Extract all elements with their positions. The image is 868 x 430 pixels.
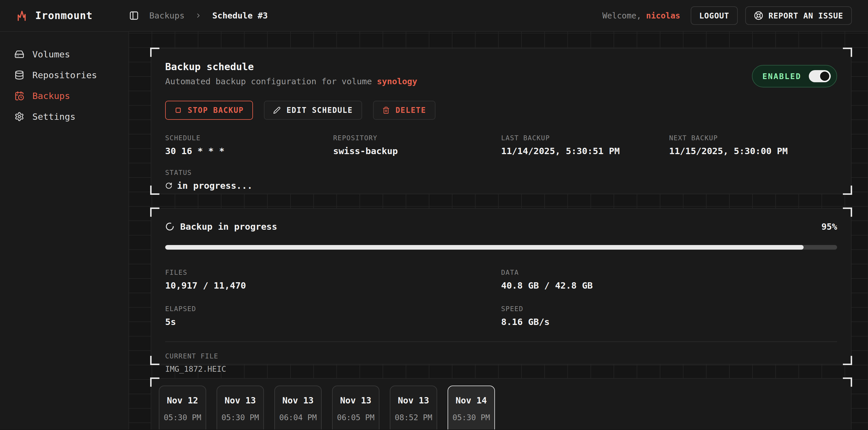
enabled-label: ENABLED	[762, 72, 801, 81]
history-item[interactable]: Nov 12 05:30 PM 92.2 GB	[159, 386, 206, 429]
status-value: in progress...	[177, 180, 252, 191]
sidebar-item-volumes[interactable]: Volumes	[0, 44, 128, 65]
corner-bracket	[843, 207, 852, 217]
history-date: Nov 13	[391, 395, 437, 405]
sidebar-item-label: Settings	[32, 111, 75, 122]
stop-backup-button[interactable]: STOP BACKUP	[165, 101, 253, 120]
corner-bracket	[843, 186, 852, 195]
backup-history-card: Nov 12 05:30 PM 92.2 GB Nov 13 05:30 PM …	[151, 378, 851, 429]
breadcrumb-section[interactable]: Backups	[149, 11, 185, 21]
history-item[interactable]: Nov 13 06:04 PM 92.2 GB	[274, 386, 322, 429]
trash-icon	[382, 106, 390, 114]
stat-label: DATA	[501, 269, 837, 276]
stat-label: FILES	[165, 269, 501, 276]
backup-progress-card: Backup in progress 95% FILES 10,917 / 11…	[151, 208, 851, 364]
corner-bracket	[150, 356, 159, 365]
progress-bar-fill	[165, 245, 804, 250]
corner-bracket	[843, 356, 852, 365]
panel-left-icon[interactable]	[129, 11, 139, 21]
progress-stats: FILES 10,917 / 11,470 DATA 40.8 GB / 42.…	[165, 269, 837, 327]
enabled-pill: ENABLED	[752, 65, 837, 88]
mountain-logo-icon	[16, 9, 28, 22]
card-title: Backup schedule	[165, 61, 417, 72]
app-title: Ironmount	[35, 10, 93, 21]
edit-schedule-button[interactable]: EDIT SCHEDULE	[264, 101, 362, 120]
field-value: 11/14/2025, 5:30:51 PM	[501, 146, 669, 156]
sidebar-item-label: Volumes	[32, 49, 70, 60]
card-subtitle: Automated backup configuration for volum…	[165, 76, 417, 86]
field-value: swiss-backup	[333, 146, 501, 156]
history-item[interactable]: Nov 13 05:30 PM 92.2 GB	[217, 386, 264, 429]
database-icon	[14, 70, 24, 80]
report-issue-label: REPORT AN ISSUE	[768, 11, 843, 20]
username: nicolas	[646, 11, 680, 21]
progress-percent: 95%	[822, 222, 837, 232]
stat-value: 5s	[165, 317, 501, 327]
history-item[interactable]: Nov 13 06:05 PM 92.2 GB	[332, 386, 379, 429]
status-block: STATUS in progress...	[165, 169, 837, 191]
enabled-toggle[interactable]	[809, 70, 831, 82]
history-date: Nov 12	[159, 395, 206, 405]
history-date: Nov 13	[333, 395, 379, 405]
field-value: 30 16 * * *	[165, 146, 333, 156]
history-item[interactable]: Nov 13 08:52 PM 92.2 GB	[390, 386, 437, 429]
logout-label: LOGOUT	[700, 11, 730, 20]
current-file-block: CURRENT FILE IMG_1872.HEIC	[165, 352, 837, 373]
history-time: 05:30 PM	[448, 413, 494, 422]
breadcrumb-current: Schedule #3	[212, 11, 268, 21]
corner-bracket	[150, 207, 159, 217]
stat-value: 40.8 GB / 42.8 GB	[501, 280, 837, 291]
field-last-backup: LAST BACKUP 11/14/2025, 5:30:51 PM	[501, 134, 669, 156]
loader-spinner-icon	[165, 222, 175, 231]
chevron-right-icon	[195, 12, 202, 19]
status-label: STATUS	[165, 169, 837, 176]
corner-bracket	[150, 47, 159, 57]
report-issue-button[interactable]: REPORT AN ISSUE	[745, 6, 852, 25]
edit-schedule-label: EDIT SCHEDULE	[286, 106, 353, 114]
breadcrumb: Backups Schedule #3	[129, 11, 268, 21]
stop-backup-label: STOP BACKUP	[188, 106, 244, 114]
backup-schedule-card: Backup schedule Automated backup configu…	[151, 48, 851, 194]
history-time: 08:52 PM	[391, 413, 437, 422]
progress-title: Backup in progress	[165, 221, 277, 232]
sidebar: Volumes Repositories Backups	[0, 32, 129, 429]
current-file-label: CURRENT FILE	[165, 352, 837, 360]
history-time: 05:30 PM	[217, 413, 264, 422]
history-item-selected[interactable]: Nov 14 05:30 PM 92.2 GB	[447, 386, 495, 429]
refresh-spinner-icon	[165, 182, 173, 189]
field-label: LAST BACKUP	[501, 134, 669, 142]
welcome-prefix: Welcome,	[602, 11, 641, 21]
topbar-right: Welcome, nicolas LOGOUT REPORT AN ISSUE	[602, 6, 852, 25]
delete-button[interactable]: DELETE	[373, 101, 435, 120]
schedule-fields: SCHEDULE 30 16 * * * REPOSITORY swiss-ba…	[165, 134, 837, 156]
field-schedule: SCHEDULE 30 16 * * *	[165, 134, 333, 156]
field-label: SCHEDULE	[165, 134, 333, 142]
lifebuoy-icon	[754, 11, 763, 20]
history-row: Nov 12 05:30 PM 92.2 GB Nov 13 05:30 PM …	[159, 386, 843, 429]
main-content: Backup schedule Automated backup configu…	[129, 32, 868, 429]
stat-value: 10,917 / 11,470	[165, 280, 501, 291]
logout-button[interactable]: LOGOUT	[691, 6, 738, 25]
sidebar-item-backups[interactable]: Backups	[0, 86, 128, 106]
brand: Ironmount	[16, 9, 129, 22]
welcome-text: Welcome, nicolas	[602, 11, 680, 21]
stat-label: SPEED	[501, 305, 837, 312]
sidebar-item-repositories[interactable]: Repositories	[0, 65, 128, 86]
progress-title-text: Backup in progress	[180, 221, 277, 232]
stat-value: 8.16 GB/s	[501, 317, 837, 327]
history-date: Nov 14	[448, 395, 494, 405]
current-file-value: IMG_1872.HEIC	[165, 364, 837, 373]
toggle-knob	[819, 71, 830, 82]
sidebar-item-label: Repositories	[32, 70, 97, 80]
field-label: REPOSITORY	[333, 134, 501, 142]
top-bar: Ironmount Backups Schedule #3 Welcome, n…	[0, 0, 868, 32]
history-time: 06:05 PM	[333, 413, 379, 422]
calendar-clock-icon	[14, 91, 24, 101]
gear-icon	[14, 112, 24, 122]
stat-speed: SPEED 8.16 GB/s	[501, 305, 837, 327]
field-label: NEXT BACKUP	[669, 134, 837, 142]
history-date: Nov 13	[275, 395, 321, 405]
sidebar-item-settings[interactable]: Settings	[0, 106, 128, 127]
stop-square-icon	[175, 106, 182, 114]
stat-data: DATA 40.8 GB / 42.8 GB	[501, 269, 837, 291]
